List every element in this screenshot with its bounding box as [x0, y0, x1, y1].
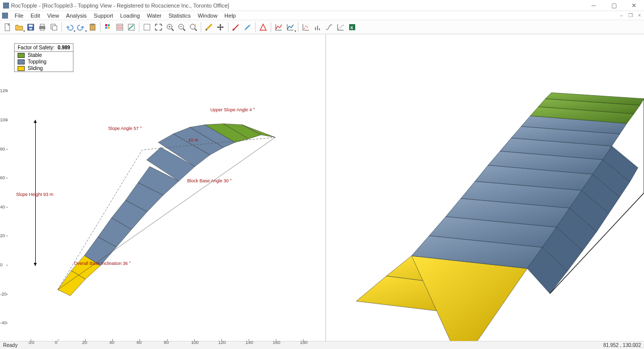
axis-x-label: 0 — [55, 340, 57, 345]
chart-dropdown-icon — [286, 23, 294, 31]
toolbar-separator — [228, 22, 228, 32]
toolbar-zoom-in-button[interactable] — [165, 22, 176, 33]
menu-statistics[interactable]: Statistics — [165, 13, 194, 19]
print-icon — [38, 23, 46, 31]
toolbar-separator — [100, 22, 101, 32]
svg-line-23 — [183, 29, 185, 31]
window-close-button[interactable]: ✕ — [624, 0, 644, 11]
svg-point-30 — [232, 29, 234, 31]
axis-x-label: 80 — [164, 340, 169, 345]
undo-icon — [65, 23, 73, 31]
axis-x-label: 40 — [109, 340, 114, 345]
toolbar-paste-button[interactable] — [87, 22, 98, 33]
toolbar-select-window-button[interactable] — [141, 22, 152, 33]
toolbar-export-excel-button[interactable]: X — [347, 22, 358, 33]
toolbar-chart-dropdown-button[interactable]: ▼ — [285, 22, 296, 33]
svg-point-50 — [341, 26, 342, 27]
measure-icon — [205, 23, 213, 31]
sensitivity-icon — [259, 23, 267, 31]
zoom-extents-icon — [154, 23, 163, 31]
svg-text:X: X — [350, 25, 353, 30]
svg-rect-14 — [108, 27, 110, 29]
svg-line-19 — [172, 29, 174, 31]
svg-line-26 — [195, 29, 197, 31]
annot-spacing: 10 m — [188, 137, 198, 143]
toolbar-pan-button[interactable] — [215, 22, 226, 33]
menu-support[interactable]: Support — [90, 13, 117, 19]
toolbar-separator — [61, 22, 62, 32]
toolbar-save-button[interactable] — [25, 22, 36, 33]
toolbar-separator — [201, 22, 201, 32]
zoom-in-icon — [166, 23, 174, 31]
toolbar-chart-line-button[interactable] — [273, 22, 284, 33]
svg-point-49 — [340, 27, 341, 28]
svg-point-48 — [338, 29, 339, 30]
toolbar-chart-cumulative-button[interactable] — [324, 22, 335, 33]
toolbar-redo-button[interactable]: ▼ — [75, 22, 87, 33]
svg-rect-3 — [29, 28, 32, 30]
toolbar-project-settings-button[interactable] — [114, 22, 125, 33]
menu-analysis[interactable]: Analysis — [62, 13, 90, 19]
toolbar-grid-button[interactable] — [103, 22, 114, 33]
axis-x-label: 140 — [246, 340, 253, 345]
toolbar-separator — [271, 22, 271, 32]
zoom-plus-icon: + — [189, 23, 197, 31]
menu-water[interactable]: Water — [143, 13, 165, 19]
zoom-out-icon — [178, 23, 186, 31]
svg-rect-17 — [144, 24, 150, 30]
window-minimize-button[interactable]: ─ — [584, 0, 604, 11]
content-area: -20020406080100120140160180 -40-20020406… — [0, 34, 644, 341]
mdi-minimize-button[interactable]: – — [617, 13, 626, 18]
toolbar-undo-button[interactable]: ▼ — [64, 22, 75, 33]
menu-loading[interactable]: Loading — [117, 13, 143, 19]
menu-view[interactable]: View — [44, 13, 63, 19]
toolbar-zoom-extents-button[interactable] — [153, 22, 164, 33]
status-text: Ready — [3, 342, 18, 348]
toolbar-support-force-button[interactable] — [242, 22, 253, 33]
menu-window[interactable]: Window — [194, 13, 221, 19]
project-settings-icon — [116, 23, 124, 31]
svg-line-31 — [245, 26, 249, 30]
svg-point-40 — [304, 28, 305, 29]
support-force-icon — [244, 23, 252, 31]
svg-marker-32 — [249, 24, 251, 27]
toolbar-zoom-out-button[interactable] — [176, 22, 187, 33]
statusbar: Ready 81.952 , 130.002 — [0, 341, 644, 349]
toolbar-support-bolt-button[interactable] — [230, 22, 242, 33]
slope-2d-svg — [0, 34, 326, 340]
toolbar-open-folder-button[interactable]: ▼ — [14, 22, 25, 33]
view-2d-pane[interactable]: -20020406080100120140160180 -40-20020406… — [0, 34, 326, 341]
export-excel-icon: X — [348, 23, 356, 31]
window-titlebar: RocTopple - [RocTopple3 - Toppling View … — [0, 0, 644, 11]
toolbar-measure-button[interactable] — [203, 22, 214, 33]
menu-edit[interactable]: Edit — [27, 13, 44, 19]
toolbar-new-file-button[interactable] — [2, 22, 13, 33]
toolbar: ▼▼▼+▼X — [0, 20, 644, 34]
svg-marker-33 — [260, 24, 266, 30]
chart-cumulative-icon — [325, 23, 333, 31]
toolbar-zoom-plus-button[interactable]: + — [188, 22, 199, 33]
svg-rect-11 — [105, 24, 107, 26]
svg-rect-8 — [52, 26, 57, 30]
save-icon — [27, 23, 35, 31]
axis-x-label: 120 — [218, 340, 226, 345]
mdi-restore-button[interactable]: ❐ — [626, 13, 635, 18]
menu-file[interactable]: File — [11, 13, 27, 19]
toolbar-edit-slope-button[interactable] — [126, 22, 137, 33]
view-3d-pane[interactable] — [326, 34, 644, 341]
toolbar-chart-bar-button[interactable] — [312, 22, 323, 33]
toolbar-chart-corr-button[interactable] — [335, 22, 346, 33]
axis-x-label: 20 — [82, 340, 87, 345]
window-maximize-button[interactable]: ▢ — [604, 0, 624, 11]
menu-help[interactable]: Help — [221, 13, 239, 19]
toolbar-chart-scatter-button[interactable] — [300, 22, 311, 33]
toolbar-print-button[interactable] — [37, 22, 48, 33]
toolbar-copy-view-button[interactable] — [48, 22, 59, 33]
mdi-close-button[interactable]: × — [635, 13, 644, 18]
redo-icon — [77, 23, 85, 31]
status-coords: 81.952 , 130.002 — [603, 342, 641, 348]
new-file-icon — [4, 23, 12, 31]
toolbar-separator — [255, 22, 256, 32]
toolbar-sensitivity-button[interactable] — [258, 22, 269, 33]
svg-text:+: + — [194, 23, 196, 27]
